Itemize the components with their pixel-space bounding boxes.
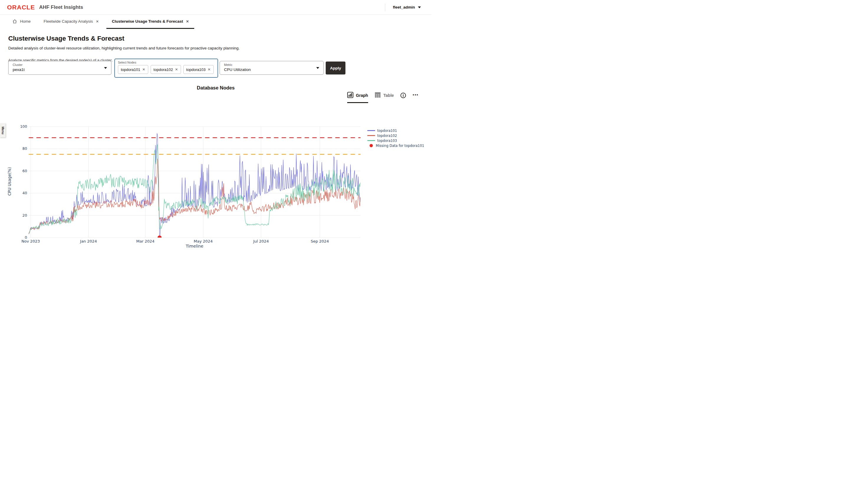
- cluster-value: pexa1t: [13, 67, 107, 72]
- table-view-button[interactable]: Table: [375, 92, 394, 102]
- series-swatch: [367, 140, 375, 141]
- legend-item-topdora101[interactable]: topdora101: [367, 128, 424, 133]
- series-swatch: [367, 135, 375, 136]
- tab-strip: Home Fleetwide Capacity Analysis ✕ Clust…: [0, 15, 432, 29]
- x-tick-label: Jan 2024: [80, 239, 97, 244]
- metric-select[interactable]: Metric CPU Utilization: [220, 61, 324, 75]
- chart-canvas[interactable]: Nov 2023Jan 2024Mar 2024May 2024Jul 2024…: [0, 124, 432, 252]
- view-toolbar: Graph Table •••: [347, 92, 418, 103]
- filter-bar: Cluster pexa1t Select Nodes topdora101 ✕…: [8, 59, 423, 79]
- tab-fleetwide-capacity-analysis[interactable]: Fleetwide Capacity Analysis ✕: [38, 15, 104, 29]
- app-title: AHF Fleet Insights: [39, 4, 83, 10]
- home-icon: [12, 19, 17, 24]
- y-tick-label: 20: [22, 213, 27, 218]
- tab-label: Clusterwise Usage Trends & Forecast: [112, 19, 183, 24]
- node-chip[interactable]: topdora102 ✕: [151, 65, 181, 74]
- header-divider: [385, 3, 385, 11]
- chart-legend: topdora101 topdora102 topdora103 Missing…: [367, 128, 424, 148]
- top-header: ORACLE AHF Fleet Insights fleet_admin: [0, 0, 432, 15]
- close-icon[interactable]: ✕: [186, 20, 189, 24]
- missing-data-swatch: [370, 144, 373, 147]
- x-axis-title: Timeline: [0, 244, 389, 248]
- y-tick-label: 40: [22, 191, 27, 195]
- metric-value: CPU Utilization: [224, 67, 319, 72]
- x-tick-label: Nov 2023: [22, 239, 40, 244]
- x-tick-label: Mar 2024: [136, 239, 154, 244]
- remove-chip-icon[interactable]: ✕: [142, 67, 145, 72]
- legend-item-missing-data[interactable]: Missing Data for topdora101: [367, 143, 424, 148]
- bar-chart-icon: [347, 92, 353, 99]
- x-tick-label: May 2024: [193, 239, 213, 244]
- node-chip-label: topdora102: [153, 67, 173, 72]
- x-tick-label: Sep 2024: [311, 239, 329, 244]
- legend-item-topdora102[interactable]: topdora102: [367, 133, 424, 138]
- series-line-topdora103[interactable]: [29, 144, 361, 233]
- graph-view-label: Graph: [356, 93, 368, 98]
- oracle-logo: ORACLE: [7, 4, 35, 11]
- info-icon[interactable]: [400, 92, 406, 100]
- app-window: ORACLE AHF Fleet Insights fleet_admin Ho…: [0, 0, 432, 252]
- user-name: fleet_admin: [393, 5, 415, 10]
- more-options-icon[interactable]: •••: [413, 92, 418, 97]
- node-chip[interactable]: topdora103 ✕: [183, 65, 214, 74]
- legend-label: topdora103: [377, 139, 397, 143]
- node-chip-label: topdora101: [121, 67, 140, 72]
- series-swatch: [367, 130, 375, 131]
- y-tick-label: 80: [22, 146, 27, 151]
- chevron-down-icon: [316, 67, 319, 69]
- page-title: Clusterwise Usage Trends & Forecast: [8, 35, 423, 42]
- table-icon: [375, 92, 381, 99]
- usage-trend-chart: Nov 2023Jan 2024Mar 2024May 2024Jul 2024…: [0, 124, 432, 252]
- close-icon[interactable]: ✕: [96, 20, 99, 24]
- missing-data-marker[interactable]: [158, 235, 162, 237]
- select-nodes-input[interactable]: Select Nodes topdora101 ✕ topdora102 ✕ t…: [114, 59, 218, 78]
- chevron-down-icon: [104, 67, 107, 69]
- section-title: Database Nodes: [0, 85, 432, 91]
- tab-label: Fleetwide Capacity Analysis: [43, 19, 93, 24]
- graph-view-button[interactable]: Graph: [347, 92, 368, 103]
- tab-label: Home: [20, 19, 31, 24]
- tab-home[interactable]: Home: [7, 15, 36, 29]
- y-tick-label: 0: [25, 235, 27, 240]
- select-nodes-label: Select Nodes: [118, 61, 215, 64]
- remove-chip-icon[interactable]: ✕: [208, 67, 211, 72]
- legend-label: Missing Data for topdora101: [376, 144, 424, 148]
- node-chip-label: topdora103: [186, 67, 206, 72]
- chevron-down-icon: [418, 7, 421, 8]
- metric-label: Metric: [224, 63, 319, 66]
- legend-label: topdora102: [377, 134, 397, 138]
- user-menu[interactable]: fleet_admin: [389, 5, 424, 10]
- table-view-label: Table: [384, 93, 394, 98]
- y-tick-label: 60: [22, 169, 27, 173]
- apply-button[interactable]: Apply: [326, 62, 346, 75]
- tab-clusterwise-usage-trends[interactable]: Clusterwise Usage Trends & Forecast ✕: [107, 15, 194, 29]
- y-axis-title: CPU Usage(%): [7, 164, 12, 199]
- page-description: Detailed analysis of cluster-level resou…: [8, 46, 423, 50]
- y-tick-label: 100: [20, 124, 27, 129]
- legend-item-topdora103[interactable]: topdora103: [367, 138, 424, 143]
- node-chip[interactable]: topdora101 ✕: [118, 65, 148, 74]
- cluster-select[interactable]: Cluster pexa1t: [8, 61, 111, 75]
- x-tick-label: Jul 2024: [253, 239, 269, 244]
- cluster-label: Cluster: [13, 63, 107, 66]
- legend-label: topdora101: [377, 129, 397, 133]
- remove-chip-icon[interactable]: ✕: [175, 67, 178, 72]
